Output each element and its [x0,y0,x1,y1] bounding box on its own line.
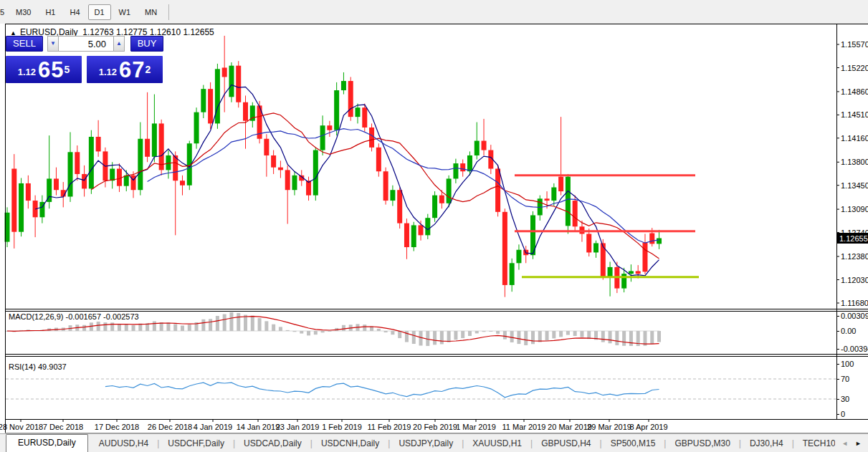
rsi-line [105,383,659,398]
macd-values: -0.001657 -0.002573 [65,312,138,321]
price-tick-label: 1.14160 [841,134,868,143]
toolbar-separator [168,4,169,20]
price-tick-label: 1.15570 [841,40,868,49]
price-tick-label: 1.12030 [841,276,868,284]
symbol-tab-dj30[interactable]: DJ30,H4 [741,436,792,452]
rsi-axis-label: 70 [841,375,849,383]
buy-price-sup: 2 [146,56,151,83]
symbol-tab-audusd[interactable]: AUDUSD,H4 [90,436,157,452]
macd-axis-label: -0.003947 [841,345,868,353]
buy-price-tile[interactable]: 1.12672 [87,56,163,83]
timeframe-toolbar: 5M30H1H4D1W1MN [0,0,868,24]
symbol-tab-usdjpy[interactable]: USDJPY,Daily [390,436,462,452]
symbol-tab-eurusd[interactable]: EURUSD,Daily [6,434,88,452]
sell-price-sup: 5 [65,56,70,83]
price-tick-label: 1.13090 [841,205,868,213]
date-axis-label: 20 Feb 2019 [413,423,457,431]
timeframe-button-mn[interactable]: MN [138,4,163,20]
sell-price-big: 65 [38,59,64,81]
chart-window[interactable]: 1.155701.152201.148601.145101.141601.138… [0,24,868,433]
date-axis-label: 1 Feb 2019 [322,423,362,431]
symbol-tab-usdcad[interactable]: USDCAD,Daily [235,436,310,452]
date-axis-label: 11 Feb 2019 [368,423,411,431]
date-axis-label: 4 Jan 2019 [194,423,232,431]
one-click-trading-panel: SELL ▼ ▲ BUY 1.12655 1.12672 [6,36,166,83]
timeframe-button-h4[interactable]: H4 [63,4,86,20]
symbol-tabs: EURUSD,Daily|AUDUSD,H4|USDCHF,Daily|USDC… [0,433,868,452]
trading-platform-window: 5M30H1H4D1W1MN 1.155701.152201.148601.14… [0,0,868,452]
symbol-tab-usdchf[interactable]: USDCHF,Daily [159,436,233,452]
symbol-tab-usdcnh[interactable]: USDCNH,Daily [313,436,388,452]
rsi-axis-label: 30 [841,395,849,403]
date-axis-label: 23 Jan 2019 [276,423,320,431]
macd-axis-label: 0.00 [841,327,856,335]
date-axis-label: 8 Apr 2019 [629,423,667,431]
macd-name: MACD(12,26,9) [9,312,63,321]
sell-price-prefix: 1.12 [18,64,36,81]
timeframe-button-w1[interactable]: W1 [113,4,138,20]
symbol-tab-sp500[interactable]: SP500,M15 [602,436,664,452]
buy-price-prefix: 1.12 [99,64,117,81]
price-tick-label: 1.13450 [841,181,868,190]
price-tick-label: 1.14860 [841,87,868,96]
symbol-tab-xauusd[interactable]: XAUUSD,H1 [464,436,530,452]
timeframe-button-h1[interactable]: H1 [39,4,62,20]
price-tick-label: 1.12380 [841,252,868,261]
date-axis-label: 29 Mar 2019 [587,423,631,431]
moving-average-13 [91,113,659,259]
date-axis-label: 1 Mar 2019 [456,423,496,431]
macd-axis-label: 0.003095 [841,312,868,320]
price-tick-label: 1.11680 [841,299,868,307]
date-axis-label: 20 Mar 2019 [548,423,592,431]
sell-price-tile[interactable]: 1.12655 [6,56,82,83]
price-chart-canvas[interactable]: 1.155701.152201.148601.145101.141601.138… [0,24,868,433]
buy-button[interactable]: BUY [130,36,163,52]
volume-input[interactable] [59,36,113,52]
price-tick-label: 1.14510 [841,110,868,119]
volume-decrease-button[interactable]: ▼ [47,36,59,52]
sell-button[interactable]: SELL [6,36,43,52]
current-price-tag-label: 1.12655 [839,234,868,243]
timeframe-button-5[interactable]: 5 [0,4,8,20]
symbol-tab-bar: EURUSD,Daily|AUDUSD,H4|USDCHF,Daily|USDC… [0,433,868,452]
rsi-indicator-label: RSI(14) 49.9037 [9,362,67,371]
rsi-value: 49.9037 [38,362,67,371]
price-tick-label: 1.13800 [841,158,868,166]
volume-increase-button[interactable]: ▲ [113,36,125,52]
symbol-tab-gbpusd[interactable]: GBPUSD,H4 [533,436,599,452]
rsi-axis-label: 0 [841,410,845,418]
price-tick-label: 1.15220 [841,64,868,72]
date-axis-label: 14 Jan 2019 [237,423,280,431]
timeframe-button-m30[interactable]: M30 [9,4,37,20]
tab-scroll-left-icon[interactable]: ◄ [838,438,852,448]
symbol-tab-gbpusd[interactable]: GBPUSD,M30 [666,436,738,452]
date-axis-label: 28 Nov 2018 [0,423,43,431]
tab-scroll-controls: ◄ ► [835,434,865,452]
date-axis-label: 17 Dec 2018 [95,423,139,431]
macd-indicator-label: MACD(12,26,9) -0.001657 -0.002573 [9,312,139,321]
buy-price-big: 67 [119,59,145,81]
rsi-axis-label: 100 [841,360,854,368]
tab-scroll-right-icon[interactable]: ► [852,438,865,448]
timeframe-button-d1[interactable]: D1 [88,4,111,20]
date-axis-label: 11 Mar 2019 [502,423,546,431]
date-axis-label: 7 Dec 2018 [43,423,83,431]
rsi-name: RSI(14) [9,362,36,371]
date-axis-label: 26 Dec 2018 [148,423,192,431]
